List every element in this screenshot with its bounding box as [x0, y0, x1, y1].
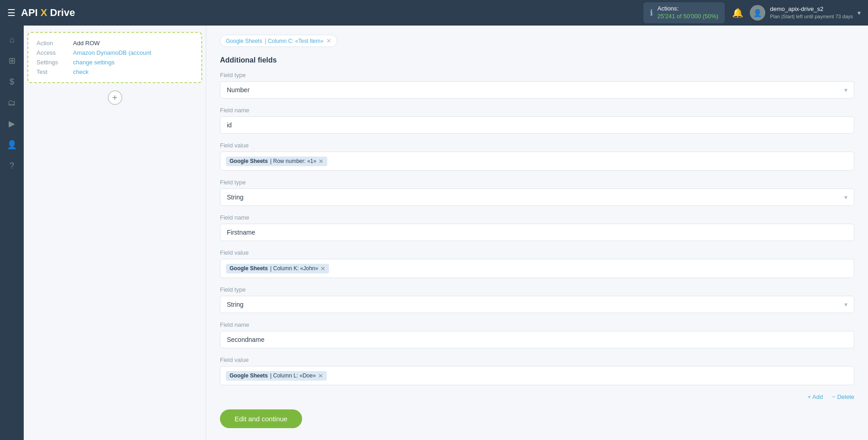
logo: APIXDrive	[21, 7, 75, 19]
field-name-group-3: Field name	[220, 321, 854, 348]
value-tag-2: Google Sheets | Column K: «John» ✕	[226, 264, 329, 273]
field-type-value-1: Number	[227, 86, 250, 94]
actions-text: Actions: 25'241 of 50'000 (50%)	[658, 5, 719, 21]
field-value-box-3[interactable]: Google Sheets | Column L: «Doe» ✕	[220, 366, 854, 385]
field-name-group-1: Field name	[220, 107, 854, 134]
field-name-group-2: Field name	[220, 214, 854, 241]
field-name-input-1[interactable]	[220, 116, 854, 134]
field-type-group-3: Field type String ▾	[220, 286, 854, 313]
tag-remove-1[interactable]: ✕	[319, 158, 324, 165]
field-type-chevron-2: ▾	[844, 194, 847, 201]
settings-value[interactable]: change settings	[71, 58, 195, 67]
actions-box: ℹ Actions: 25'241 of 50'000 (50%)	[643, 2, 725, 23]
chip-source-0: Google Sheets	[226, 38, 262, 44]
field-type-label-2: Field type	[220, 179, 854, 186]
field-name-label-1: Field name	[220, 107, 854, 114]
field-name-label-2: Field name	[220, 214, 854, 221]
tag-source-2: Google Sheets	[230, 265, 268, 272]
field-value-label-1: Field value	[220, 142, 854, 149]
left-panel: Action Add ROW Access Amazon DynamoDB (a…	[24, 26, 206, 440]
sidebar-item-home[interactable]: ⌂	[3, 31, 21, 48]
field-name-label-3: Field name	[220, 321, 854, 328]
actions-label: Actions:	[658, 5, 719, 13]
actions-count: 25'241 of 50'000 (50%)	[658, 13, 719, 21]
tag-remove-3[interactable]: ✕	[318, 372, 323, 379]
tag-detail-1: | Row number: «1»	[270, 158, 316, 164]
logo-drive: Drive	[50, 7, 75, 19]
user-info: demo_apix-drive_s2 Plan |Start| left unt…	[770, 5, 853, 21]
sidebar-item-account[interactable]: 👤	[3, 136, 21, 153]
user-plan: Plan |Start| left until payment 73 days	[770, 13, 853, 20]
field-value-label-3: Field value	[220, 356, 854, 363]
sidebar-item-dashboard[interactable]: ⊞	[3, 52, 21, 69]
field-type-chevron-3: ▾	[844, 301, 847, 308]
field-value-group-1: Field value Google Sheets | Row number: …	[220, 142, 854, 171]
top-chip-row: Google Sheets | Column C: «Test Item» ✕	[220, 35, 854, 47]
action-value: Add ROW	[71, 38, 195, 48]
field-type-label-3: Field type	[220, 286, 854, 293]
add-step-button[interactable]: +	[108, 90, 122, 105]
field-name-input-3[interactable]	[220, 331, 854, 348]
chip-remove-0[interactable]: ✕	[326, 37, 331, 44]
field-value-group-2: Field value Google Sheets | Column K: «J…	[220, 249, 854, 278]
chip-0: Google Sheets | Column C: «Test Item» ✕	[220, 35, 337, 47]
test-label: Test	[35, 67, 71, 77]
main-content: Google Sheets | Column C: «Test Item» ✕ …	[206, 26, 868, 440]
tag-source-1: Google Sheets	[230, 158, 268, 164]
tag-detail-2: | Column K: «John»	[270, 265, 318, 272]
sidebar-item-help[interactable]: ?	[3, 157, 21, 174]
action-label: Action	[35, 38, 71, 48]
delete-field-link[interactable]: − Delete	[832, 393, 854, 400]
field-value-label-2: Field value	[220, 249, 854, 256]
access-value[interactable]: Amazon DynamoDB (account	[71, 48, 195, 58]
step-card: Action Add ROW Access Amazon DynamoDB (a…	[27, 32, 202, 83]
field-name-input-2[interactable]	[220, 224, 854, 241]
logo-api: API	[21, 7, 38, 19]
field-type-chevron-1: ▾	[844, 86, 847, 94]
value-tag-3: Google Sheets | Column L: «Doe» ✕	[226, 371, 327, 381]
edit-continue-button[interactable]: Edit and continue	[220, 409, 302, 428]
bell-icon[interactable]: 🔔	[732, 7, 743, 18]
tag-remove-2[interactable]: ✕	[320, 265, 325, 272]
field-type-group-2: Field type String ▾	[220, 179, 854, 206]
value-tag-1: Google Sheets | Row number: «1» ✕	[226, 157, 327, 166]
sidebar-item-billing[interactable]: $	[3, 73, 21, 90]
logo-x: X	[41, 7, 47, 19]
row-actions: + Add − Delete	[220, 393, 854, 400]
field-type-value-2: String	[227, 194, 244, 201]
field-type-group-1: Field type Number ▾	[220, 72, 854, 99]
field-type-value-3: String	[227, 301, 244, 308]
section-title: Additional fields	[220, 56, 854, 64]
field-type-label-1: Field type	[220, 72, 854, 79]
sidebar-item-media[interactable]: ▶	[3, 115, 21, 132]
field-value-box-1[interactable]: Google Sheets | Row number: «1» ✕	[220, 152, 854, 171]
avatar: 👤	[750, 5, 765, 21]
field-type-select-3[interactable]: String ▾	[220, 296, 854, 313]
field-value-box-2[interactable]: Google Sheets | Column K: «John» ✕	[220, 259, 854, 278]
user-menu[interactable]: 👤 demo_apix-drive_s2 Plan |Start| left u…	[750, 5, 861, 21]
sidebar: ⌂ ⊞ $ 🗂 ▶ 👤 ?	[0, 26, 24, 440]
test-value[interactable]: check	[71, 67, 195, 77]
field-type-select-1[interactable]: Number ▾	[220, 81, 854, 99]
chip-detail-0: | Column C: «Test Item»	[265, 38, 324, 44]
user-chevron-icon: ▾	[858, 9, 861, 16]
access-label: Access	[35, 48, 71, 58]
add-field-link[interactable]: + Add	[808, 393, 823, 400]
hamburger-icon[interactable]: ☰	[7, 7, 16, 18]
tag-source-3: Google Sheets	[230, 372, 268, 379]
user-name: demo_apix-drive_s2	[770, 5, 853, 13]
field-value-group-3: Field value Google Sheets | Column L: «D…	[220, 356, 854, 385]
info-icon: ℹ	[650, 8, 653, 18]
main-layout: ⌂ ⊞ $ 🗂 ▶ 👤 ? Action Add ROW Access Amaz…	[0, 26, 868, 440]
field-type-select-2[interactable]: String ▾	[220, 189, 854, 206]
header: ☰ APIXDrive ℹ Actions: 25'241 of 50'000 …	[0, 0, 868, 26]
tag-detail-3: | Column L: «Doe»	[270, 372, 316, 379]
sidebar-item-projects[interactable]: 🗂	[3, 94, 21, 111]
settings-label: Settings	[35, 58, 71, 67]
